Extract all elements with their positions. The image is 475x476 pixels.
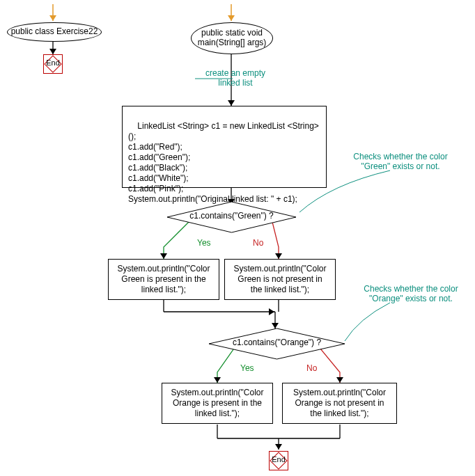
arrow-icon [49,49,56,54]
comment-check-green: Checks whether the color "Green" exists … [341,152,460,172]
process-init-text: LinkedList <String> c1 = new LinkedList … [128,121,321,204]
process-orange-yes: System.out.println("Color Orange is pres… [162,383,273,424]
start-main-ellipse: public static void main(String[] args) [191,22,273,54]
end-node: End [43,54,63,74]
process-orange-no: System.out.println("Color Orange is not … [282,383,397,424]
process-green-no: System.out.println("Color Green is not p… [224,259,336,300]
entry-arrow-icon [49,15,56,21]
decision-green-label: c1.contains("Green") ? [167,211,296,221]
decision-orange-label: c1.contains("Orange") ? [209,338,345,347]
arrow-icon [214,377,221,383]
branch-yes-label: Yes [240,363,254,373]
flowchart-canvas: public class Exercise22 End public stati… [0,0,475,476]
start-main-label: public static void main(String[] args) [198,29,267,48]
branch-no-label: No [306,363,317,373]
end-label: End [270,455,288,463]
arrow-icon [160,253,167,259]
start-class-ellipse: public class Exercise22 [7,22,102,42]
branch-yes-label: Yes [197,238,211,248]
arrow-icon [228,100,235,106]
comment-create-list: create an empty linked list [187,68,284,88]
arrow-icon [275,444,282,450]
arrow-icon [269,308,274,315]
arrow-icon [275,253,282,259]
entry-arrow-icon [228,15,235,21]
arrow-icon [272,323,279,328]
end-label: End [44,58,62,67]
arrow-icon [336,377,343,383]
branch-no-label: No [253,238,263,248]
comment-check-orange: Checks whether the color "Orange" exists… [352,284,470,304]
start-class-label: public class Exercise22 [11,27,98,37]
process-green-yes: System.out.println("Color Green is prese… [108,259,219,300]
end-node: End [269,451,288,470]
process-init: LinkedList <String> c1 = new LinkedList … [122,106,327,188]
